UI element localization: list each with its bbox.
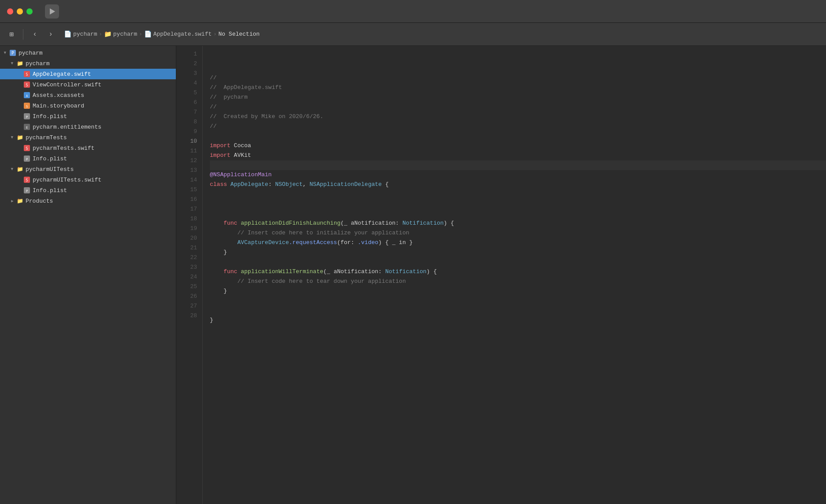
toolbar-forward-icon[interactable]: › <box>45 28 57 41</box>
sidebar-item-Main.storyboard[interactable]: SMain.storyboard <box>0 100 176 111</box>
code-token: : <box>268 181 275 188</box>
code-token: (_ aNotification: <box>341 220 402 226</box>
code-line <box>210 189 826 199</box>
tree-arrow: ▶ <box>9 166 16 173</box>
code-line: import Cocoa <box>210 141 826 151</box>
title-bar <box>0 0 826 23</box>
sidebar-item-AppDelegate.swift[interactable]: SAppDelegate.swift <box>0 69 176 79</box>
tree-file-icon-folder: 📁 <box>16 197 24 205</box>
sidebar-item-Assets.xcassets[interactable]: AAssets.xcassets <box>0 90 176 100</box>
line-number: 5 <box>176 88 202 98</box>
code-token: AVKit <box>231 152 251 159</box>
tree-arrow: ▶ <box>9 134 16 141</box>
code-token <box>210 220 223 226</box>
line-number: 19 <box>176 224 202 233</box>
code-token: ) { <box>444 220 454 226</box>
tree-item-label: AppDelegate.swift <box>33 71 172 78</box>
svg-text:S: S <box>26 105 28 108</box>
code-token: .requestAccess <box>289 239 337 246</box>
code-line: // <box>210 102 826 112</box>
tree-item-label: pycharmTests.swift <box>33 145 172 152</box>
sidebar-item-ViewController.swift[interactable]: SViewController.swift <box>0 79 176 90</box>
play-icon <box>50 8 55 15</box>
line-number: 18 <box>176 214 202 224</box>
line-number: 4 <box>176 78 202 88</box>
sidebar-item-Info.plist[interactable]: PInfo.plist <box>0 111 176 122</box>
code-line: // <box>210 122 826 131</box>
tree-file-icon-swift: S <box>23 176 31 184</box>
tree-item-label: Info.plist <box>33 113 172 120</box>
sidebar-item-pycharmUITests.swift[interactable]: SpycharmUITests.swift <box>0 174 176 185</box>
tree-file-icon-storyboard: S <box>23 102 31 110</box>
code-line <box>210 209 826 219</box>
code-token: ) { _ in } <box>378 239 413 246</box>
project-icon: 📄 <box>64 30 71 38</box>
tree-arrow: ▶ <box>9 60 16 67</box>
code-token: (_ aNotification: <box>323 268 385 275</box>
sidebar-item-pycharm-root[interactable]: ▶Ppycharm <box>0 48 176 58</box>
tree-file-icon-plist: P <box>23 186 31 194</box>
tree-item-label: pycharmUITests <box>26 166 172 173</box>
play-button[interactable] <box>45 4 59 19</box>
svg-text:S: S <box>26 178 28 182</box>
breadcrumb-folder[interactable]: 📁 pycharm <box>104 30 138 38</box>
code-token: .video <box>357 239 378 246</box>
breadcrumb-sep-2: › <box>139 31 142 37</box>
toolbar-grid-icon[interactable]: ⊞ <box>5 28 18 41</box>
code-area[interactable]: //// AppDelegate.swift// pycharm//// Cre… <box>203 46 826 504</box>
line-number: 26 <box>176 292 202 301</box>
tree-file-icon-assets: A <box>23 91 31 99</box>
tree-item-label: ViewController.swift <box>33 82 172 88</box>
code-line: func applicationWillTerminate(_ aNotific… <box>210 267 826 277</box>
sidebar-item-pycharm.entitlements[interactable]: Epycharm.entitlements <box>0 122 176 132</box>
line-number: 24 <box>176 272 202 282</box>
breadcrumb-file-label: AppDelegate.swift <box>153 31 212 37</box>
breadcrumb-sep-3: › <box>213 31 216 37</box>
tree-item-label: Products <box>26 198 172 204</box>
code-token: NSApplicationDelegate <box>309 181 382 188</box>
code-line <box>210 257 826 267</box>
code-token: } <box>210 317 213 323</box>
code-line <box>210 296 826 306</box>
tree-item-label: pycharm <box>19 50 172 56</box>
sidebar-item-Info.plist-2[interactable]: PInfo.plist <box>0 153 176 164</box>
line-number: 25 <box>176 282 202 292</box>
close-button[interactable] <box>7 8 13 15</box>
sidebar-item-Products[interactable]: ▶📁Products <box>0 196 176 206</box>
breadcrumb-file[interactable]: 📄 AppDelegate.swift <box>144 30 212 38</box>
code-token <box>210 268 223 275</box>
code-token <box>210 278 237 285</box>
line-number: 3 <box>176 69 202 78</box>
sidebar-item-pycharmTests[interactable]: ▶📁pycharmTests <box>0 132 176 143</box>
toolbar-back-icon[interactable]: ‹ <box>29 28 41 41</box>
editor[interactable]: 1234567891011121314151617181920212223242… <box>176 46 826 504</box>
code-token: ) { <box>427 268 437 275</box>
line-number: 6 <box>176 98 202 107</box>
tree-item-label: Main.storyboard <box>33 103 172 109</box>
breadcrumb-sep-1: › <box>99 31 102 37</box>
code-line <box>210 199 826 209</box>
code-token: @NSApplicationMain <box>210 171 272 178</box>
sidebar-item-pycharm-folder[interactable]: ▶📁pycharm <box>0 58 176 69</box>
code-token: func <box>223 220 237 226</box>
code-line: // pycharm <box>210 93 826 102</box>
svg-text:E: E <box>26 126 28 130</box>
sidebar-item-Info.plist-3[interactable]: PInfo.plist <box>0 185 176 196</box>
maximize-button[interactable] <box>26 8 33 15</box>
code-token: // Insert code here to initialize your a… <box>237 230 409 236</box>
sidebar: ▶Ppycharm▶📁pycharmSAppDelegate.swiftSVie… <box>0 46 176 504</box>
code-token: Cocoa <box>231 142 251 149</box>
line-number: 22 <box>176 253 202 263</box>
breadcrumb-project[interactable]: 📄 pycharm <box>64 30 97 38</box>
line-number: 2 <box>176 59 202 69</box>
line-number: 11 <box>176 146 202 156</box>
sidebar-item-pycharmUITests[interactable]: ▶📁pycharmUITests <box>0 164 176 174</box>
line-number: 17 <box>176 204 202 214</box>
code-token: Notification <box>385 268 427 275</box>
tree-item-label: pycharmTests <box>26 134 172 141</box>
sidebar-item-pycharmTests.swift[interactable]: SpycharmTests.swift <box>0 143 176 153</box>
line-numbers: 1234567891011121314151617181920212223242… <box>176 46 203 504</box>
tree-file-icon-plist: P <box>23 112 31 120</box>
svg-text:S: S <box>26 83 28 87</box>
minimize-button[interactable] <box>17 8 23 15</box>
